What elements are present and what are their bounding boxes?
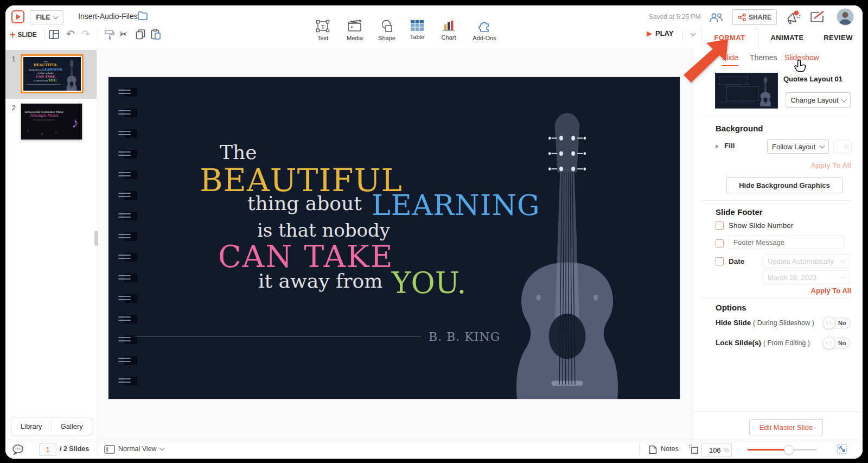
edit-master-slide-button[interactable]: Edit Master Slide — [749, 419, 823, 435]
quote-word-thing-about[interactable]: thing about — [247, 192, 362, 214]
collaborators-icon[interactable] — [708, 12, 724, 23]
music-note-icon: ♪ — [27, 128, 29, 132]
insert-shape-tool[interactable]: Shape — [372, 20, 402, 41]
library-button[interactable]: Library — [11, 422, 52, 430]
fit-to-screen-icon[interactable] — [837, 443, 847, 454]
divider — [98, 29, 98, 40]
add-slide-label: SLIDE — [18, 31, 37, 39]
feedback-icon[interactable] — [810, 10, 825, 24]
slide-editor[interactable]: The BEAUTIFUL thing about LEARNING is th… — [108, 77, 680, 399]
slide-footer-heading: Slide Footer — [716, 207, 763, 217]
cut-icon[interactable]: ✂ — [119, 28, 127, 40]
thumb-word: it away from — [34, 79, 47, 82]
thumb-word: CAN TAKE — [27, 74, 65, 79]
thumb-word: LEARNING — [42, 67, 62, 71]
panel-resize-handle[interactable] — [94, 231, 98, 246]
change-layout-label: Change Layout — [790, 96, 838, 104]
toggle-knob: ❘❘ — [822, 337, 835, 350]
gallery-button[interactable]: Gallery — [52, 422, 92, 430]
date-mode-select[interactable]: Update Automatically — [763, 254, 850, 268]
zoom-slider-track[interactable] — [748, 449, 817, 451]
selection-pane-icon[interactable] — [688, 443, 700, 455]
slide-thumbnail-2[interactable]: Influencing Consumer Mind Through Music … — [21, 103, 82, 140]
footer-message-checkbox[interactable] — [716, 239, 724, 248]
slide-thumbnail-1[interactable]: The BEAUTIFUL thing about LEARNING is th… — [21, 54, 84, 93]
play-icon: ▶ — [647, 29, 652, 37]
zoom-level-input[interactable]: % — [701, 443, 732, 457]
format-painter-icon[interactable] — [104, 29, 115, 40]
quote-word-the[interactable]: The — [220, 141, 257, 163]
hide-slide-label: Hide Slide — [716, 319, 751, 327]
quote-word-it-away-from[interactable]: it away from — [258, 270, 382, 292]
divider — [693, 411, 863, 412]
zoom-slider-knob[interactable] — [784, 445, 794, 455]
editor-canvas[interactable]: The BEAUTIFUL thing about LEARNING is th… — [97, 48, 693, 440]
share-button[interactable]: SHARE — [732, 9, 777, 25]
divider — [700, 117, 851, 117]
status-bar: 1 / 2 Slides Normal View Notes % — [5, 440, 863, 459]
insert-table-tool[interactable]: Table — [402, 20, 432, 40]
thumb-word: BEAUTIFUL — [27, 63, 65, 67]
insert-addons-tool[interactable]: Add-Ons — [468, 20, 501, 41]
current-slide-input[interactable]: 1 — [39, 443, 56, 456]
piano-keys — [118, 88, 138, 397]
user-avatar[interactable] — [837, 8, 854, 26]
guitar-illustration[interactable] — [498, 97, 636, 399]
redo-icon[interactable]: ↷ — [81, 28, 90, 40]
hide-background-graphics-button[interactable]: Hide Background Graphics — [726, 177, 843, 193]
layout-name: Quotes Layout 01 — [783, 75, 843, 83]
play-options-chevron-icon[interactable] — [691, 31, 696, 36]
insert-text-tool[interactable]: T Text — [308, 20, 338, 41]
zoom-value-field[interactable] — [705, 446, 722, 455]
insert-chart-tool[interactable]: Chart — [433, 20, 464, 41]
guitar-illustration-mini — [65, 58, 79, 91]
layout-icon[interactable] — [49, 30, 59, 39]
file-menu-button[interactable]: FILE — [30, 10, 63, 24]
insert-tool-label: Shape — [372, 35, 402, 41]
show-slide-number-checkbox[interactable] — [716, 221, 724, 230]
fill-mode-select[interactable]: Follow Layout — [767, 139, 829, 154]
zoho-show-logo[interactable] — [11, 10, 25, 24]
copy-icon[interactable] — [136, 29, 145, 40]
music-note-icon: ♪ — [41, 131, 43, 136]
subtab-themes[interactable]: Themes — [750, 53, 777, 62]
expand-fill-caret-icon[interactable] — [716, 144, 719, 149]
swatch-chevron-icon — [844, 144, 849, 150]
tab-review[interactable]: REVIEW — [816, 27, 860, 48]
quote-word-is-that-nobody[interactable]: is that nobody — [257, 219, 390, 241]
footer-apply-to-all[interactable]: Apply To All — [811, 287, 851, 295]
quote-attribution[interactable]: B. B. KING — [429, 330, 500, 344]
fill-color-swatch[interactable] — [833, 140, 852, 154]
paste-icon[interactable] — [151, 29, 161, 40]
insert-tool-label: Add-Ons — [468, 35, 501, 41]
date-checkbox[interactable] — [716, 257, 724, 265]
thumb-word: thing about — [29, 68, 41, 71]
guitar-illustration-mini — [758, 75, 773, 106]
lock-slide-label: Lock Slide(s) — [716, 339, 761, 347]
date-value-select[interactable]: March 28, 2023 — [763, 270, 850, 284]
music-note-icon: ♪ — [72, 115, 79, 131]
notes-button[interactable]: Notes — [661, 445, 679, 453]
chart-icon — [442, 20, 456, 32]
add-slide-button[interactable]: + SLIDE — [10, 28, 37, 41]
divider — [700, 200, 851, 201]
announcements-icon[interactable] — [785, 10, 801, 25]
play-label: PLAY — [655, 29, 673, 37]
view-mode-select[interactable]: Normal View — [118, 445, 164, 453]
document-title[interactable]: Insert-Audio-Files — [78, 12, 138, 21]
hide-slide-note: ( During Slideshow ) — [753, 319, 814, 327]
comments-icon[interactable] — [12, 444, 25, 455]
change-layout-button[interactable]: Change Layout — [786, 92, 851, 108]
undo-icon[interactable]: ↶ — [66, 28, 75, 40]
share-label: SHARE — [749, 14, 771, 21]
quote-word-you[interactable]: YOU. — [392, 266, 467, 300]
footer-message-input[interactable] — [729, 235, 845, 249]
play-button[interactable]: ▶ PLAY — [647, 29, 673, 37]
lock-slide-toggle[interactable]: ❘❘ No — [822, 338, 851, 348]
insert-media-tool[interactable]: Media — [340, 20, 370, 41]
zoom-unit: % — [724, 447, 729, 453]
hide-slide-toggle[interactable]: ❘❘ No — [822, 318, 851, 328]
tab-animate[interactable]: ANIMATE — [762, 27, 812, 48]
folder-icon[interactable] — [138, 11, 148, 20]
zoom-slider-fill — [748, 449, 786, 451]
